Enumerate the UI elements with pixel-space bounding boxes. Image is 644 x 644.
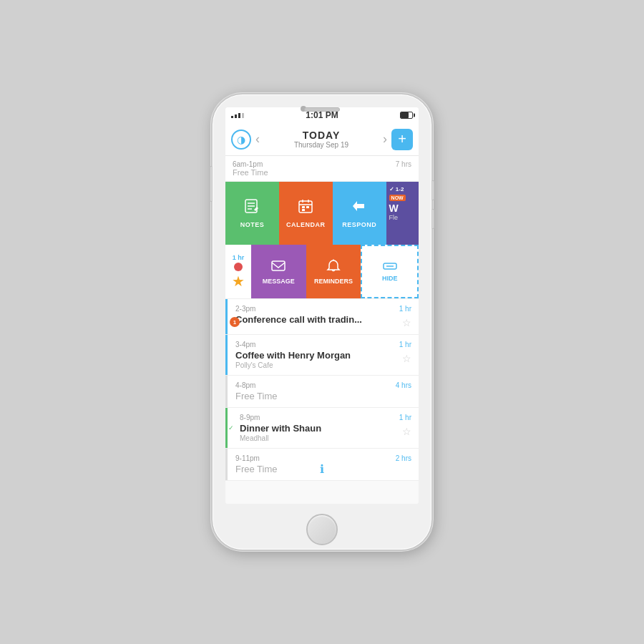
event-1-star[interactable]: ☆ [402,317,411,328]
event-4-time: 8-9pm [240,414,399,421]
notes-tile[interactable]: NOTES [225,182,279,245]
nav-header: ◑ ‹ TODAY Thursday Sep 19 › + [225,123,419,156]
event-5-duration: 2 hrs [396,454,411,462]
event-freetime-9: 9-11pm Free Time 2 hrs ℹ [225,449,419,481]
respond-label: RESPOND [342,221,376,228]
notes-label: NOTES [240,221,265,228]
event-2-right: 1 hr ☆ [399,341,411,364]
calendar-icon [298,198,313,218]
event-4-subtitle: Meadhall [240,434,399,442]
star-icon: ★ [232,273,245,290]
signal-bar-2 [235,111,237,119]
event-3-right: 4 hrs [396,381,411,389]
partial-tile[interactable]: ✓ 1-2 NOW W Fle [386,182,419,245]
event-3-title: Free Time [235,391,396,401]
event-1-time: 2-3pm [235,305,399,313]
add-event-button[interactable]: + [391,129,413,150]
message-tile[interactable]: MESSAGE [251,245,306,298]
hide-tile[interactable]: HIDE [361,245,419,298]
nav-title-area: TODAY Thursday Sep 19 [264,130,379,149]
next-arrow[interactable]: › [379,129,391,150]
event-bar-5 [225,449,228,480]
content-area: 6am-1pm Free Time 7 hrs [225,156,419,504]
event-2-subtitle: Polly's Cafe [235,361,399,369]
nav-title-sub: Thursday Sep 19 [264,141,379,149]
event-2-time: 3-4pm [235,341,399,348]
event-1-title: Conference call with tradin... [235,314,399,325]
volume-down-button[interactable] [431,209,434,229]
free-time-range: 6am-1pm [233,160,268,168]
now-badge: NOW [389,195,406,201]
svg-rect-14 [302,209,305,211]
event-4-star[interactable]: ☆ [402,426,411,437]
signal-bar-4 [242,111,244,119]
prev-arrow[interactable]: ‹ [251,129,264,150]
calendar-label: CALENDAR [286,221,326,228]
event-3-left: 4-8pm Free Time [235,381,396,401]
hide-icon [383,262,397,272]
free-time-top-left: 6am-1pm Free Time [233,160,268,177]
event-3-time: 4-8pm [235,381,396,389]
event-5-time: 9-11pm [235,454,396,462]
power-button[interactable] [210,166,213,202]
event-4-check: ✓ [228,424,234,431]
partial-letter: W [389,203,416,214]
message-icon [271,259,286,275]
volume-up-button[interactable] [431,180,434,200]
event-4-left: 8-9pm Dinner with Shaun Meadhall [240,414,399,442]
app-grid-row1: NOTES CALENDAR [225,182,419,245]
event-1-badge: 1 [230,317,240,327]
signal-bar-3 [238,111,240,119]
signal-area [231,111,244,119]
phone-device: 1:01 PM ◑ ‹ TODAY Thursday Sep 19 › + [211,93,433,551]
nav-title-main: TODAY [264,130,379,141]
svg-rect-1 [235,114,237,118]
svg-rect-0 [231,116,233,118]
hide-label: HIDE [382,275,398,282]
event-2-star[interactable]: ☆ [402,353,411,364]
status-right-area [400,112,413,119]
event-1-right: 1 hr ☆ [399,305,411,328]
reminders-icon [326,259,341,275]
signal-bar-1 [231,111,233,119]
battery-fill [401,112,409,118]
event-5-title: Free Time [235,464,396,474]
star-column: 1 hr ★ [225,245,251,298]
event-5-right: 2 hrs [396,454,411,462]
calendar-tile[interactable]: CALENDAR [279,182,333,245]
theme-toggle-icon[interactable]: ◑ [231,130,251,150]
svg-rect-3 [242,113,244,118]
status-time: 1:01 PM [306,110,338,120]
svg-rect-12 [302,206,305,208]
event-bar-4 [225,408,228,448]
phone-screen: 1:01 PM ◑ ‹ TODAY Thursday Sep 19 › + [225,107,419,504]
free-time-duration: 7 hrs [396,160,411,168]
info-icon[interactable]: ℹ [320,462,324,476]
home-button[interactable] [306,514,338,545]
event-3-duration: 4 hrs [396,381,411,389]
event-freetime-4: 4-8pm Free Time 4 hrs [225,376,419,408]
event-1-left: 2-3pm Conference call with tradin... [235,305,399,325]
event-dinner[interactable]: ✓ 8-9pm Dinner with Shaun Meadhall 1 hr … [225,408,419,449]
svg-rect-15 [272,261,285,270]
reminders-tile[interactable]: REMINDERS [306,245,361,298]
respond-tile[interactable]: RESPOND [333,182,386,245]
svg-rect-2 [238,113,240,118]
partial-check: ✓ 1-2 [389,186,416,192]
event-conference-call[interactable]: 2-3pm Conference call with tradin... 1 h… [225,299,419,335]
event-4-duration: 1 hr [399,414,411,421]
message-label: MESSAGE [263,278,295,285]
event-coffee[interactable]: 3-4pm Coffee with Henry Morgan Polly's C… [225,335,419,376]
app-grid-row2-wrapper: 1 hr ★ MESSAGE [225,245,419,299]
red-dot [234,263,243,271]
reminders-label: REMINDERS [314,278,353,285]
event-4-title: Dinner with Shaun [240,423,399,434]
one-hr-label: 1 hr [233,254,245,261]
event-bar-2 [225,335,228,375]
respond-icon [351,198,367,218]
event-5-left: 9-11pm Free Time [235,454,396,474]
event-4-right: 1 hr ☆ [399,414,411,437]
notes-icon [244,198,260,218]
earpiece [304,107,340,112]
svg-rect-13 [306,206,309,208]
